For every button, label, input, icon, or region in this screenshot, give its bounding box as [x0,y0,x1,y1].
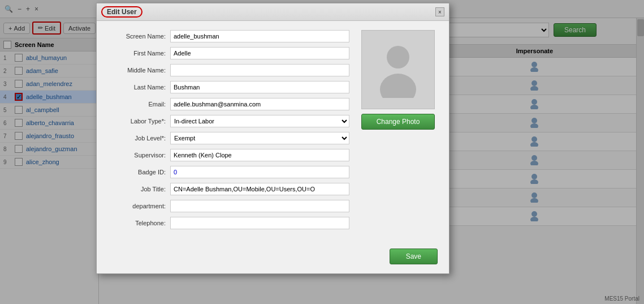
last-name-label: Last Name: [108,84,170,91]
job-level-label: Job Level*: [108,135,170,142]
job-title-label: Job Title: [108,186,170,192]
screen-name-label: Screen Name: [108,33,170,40]
save-button[interactable]: Save [390,249,438,264]
photo-section: Change Photo [358,30,438,234]
badge-id-row: Badge ID: [108,166,349,178]
labor-type-label: Labor Type*: [108,118,170,125]
badge-id-label: Badge ID: [108,169,170,175]
modal-title: Edit User [101,6,142,18]
supervisor-label: Supervisor: [108,152,170,159]
department-row: department: [108,200,349,212]
labor-type-row: Labor Type*: In-direct Labor Direct Labo… [108,115,349,127]
supervisor-input[interactable] [170,149,349,161]
department-label: department: [108,203,170,209]
person-silhouette-icon [375,41,421,98]
modal-dialog: Edit User × Screen Name: First Name: Mid… [96,3,449,274]
svg-point-37 [380,74,416,98]
telephone-input[interactable] [170,217,349,229]
job-title-row: Job Title: [108,183,349,195]
main-window: 🔍 − + × + Add ✏ Edit Activate Screen Nam… [0,0,644,304]
job-level-row: Job Level*: Exempt Non-Exempt [108,132,349,144]
badge-id-input[interactable] [170,166,349,178]
email-input[interactable] [170,98,349,110]
photo-box [361,30,435,109]
middle-name-label: Middle Name: [108,67,170,74]
last-name-row: Last Name: [108,81,349,93]
form-section: Screen Name: First Name: Middle Name: La… [108,30,349,234]
job-level-select[interactable]: Exempt Non-Exempt [170,132,349,144]
telephone-row: Telephone: [108,217,349,229]
email-row: Email: [108,98,349,110]
modal-close-button[interactable]: × [435,7,444,16]
first-name-input[interactable] [170,47,349,59]
labor-type-select[interactable]: In-direct Labor Direct Labor Salary [170,115,349,127]
modal-titlebar: Edit User × [97,3,449,21]
change-photo-button[interactable]: Change Photo [361,114,435,130]
first-name-row: First Name: [108,47,349,59]
job-title-input[interactable] [170,183,349,195]
telephone-label: Telephone: [108,220,170,226]
first-name-label: First Name: [108,50,170,57]
last-name-input[interactable] [170,81,349,93]
screen-name-row: Screen Name: [108,30,349,42]
screen-name-input[interactable] [170,30,349,42]
modal-footer: Save [97,243,449,273]
email-label: Email: [108,101,170,108]
middle-name-row: Middle Name: [108,64,349,76]
svg-point-36 [387,46,409,68]
middle-name-input[interactable] [170,64,349,76]
supervisor-row: Supervisor: [108,149,349,161]
department-input[interactable] [170,200,349,212]
modal-body: Screen Name: First Name: Middle Name: La… [97,21,449,243]
